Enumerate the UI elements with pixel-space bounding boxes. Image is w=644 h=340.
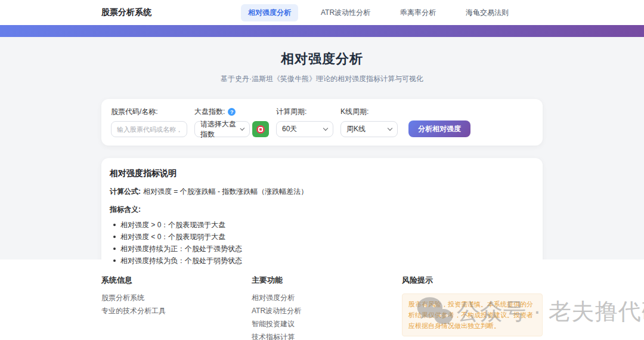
bullet-icon (113, 259, 116, 262)
market-index-label: 大盘指数: (194, 107, 225, 117)
list-item-text: 相对强度 > 0：个股表现强于大盘 (120, 221, 225, 228)
bullet-icon (113, 236, 116, 238)
indicator-info-card: 相对强度指标说明 计算公式:相对强度 = 个股涨跌幅 - 指数涨跌幅（涨跌幅差法… (101, 158, 543, 274)
main-content: 相对强度分析 基于史丹·温斯坦《笑傲牛熊》理论的相对强度指标计算与可视化 股票代… (0, 37, 644, 259)
footer: 系统信息 股票分析系统 专业的技术分析工具 主要功能 相对强度分析 ATR波动性… (0, 259, 644, 340)
index-picker-button[interactable] (252, 121, 269, 137)
market-index-row: 请选择大盘指数 (194, 121, 269, 137)
navbar: 股票分析系统 相对强度分析 ATR波动性分析 乖离率分析 海龟交易法则 (0, 0, 644, 25)
market-index-selected-value: 请选择大盘指数 (200, 119, 236, 140)
kline-period-label: K线周期: (340, 107, 398, 117)
calc-period-select[interactable]: 60天 (276, 121, 333, 137)
list-item: 相对强度 < 0：个股表现弱于大盘 (113, 233, 534, 240)
footer-col-main-features: 主要功能 相对强度分析 ATR波动性分析 智能投资建议 技术指标计算 (252, 275, 402, 340)
navbar-container: 股票分析系统 相对强度分析 ATR波动性分析 乖离率分析 海龟交易法则 (101, 4, 543, 21)
footer-col-title: 主要功能 (252, 275, 402, 286)
footer-col-title: 系统信息 (101, 275, 252, 286)
page-subtitle: 基于史丹·温斯坦《笑傲牛熊》理论的相对强度指标计算与可视化 (0, 74, 644, 84)
nav-item-atr-volatility[interactable]: ATR波动性分析 (314, 4, 377, 21)
footer-item: 股票分析系统 (101, 293, 252, 302)
list-item-text: 相对强度 < 0：个股表现弱于大盘 (120, 233, 225, 240)
list-item-text: 相对强度持续为负：个股处于弱势状态 (120, 257, 242, 264)
footer-col-risk-notice: 风险提示 股市有风险，投资需谨慎。本系统提供的分析结果仅供参考，不构成投资建议。… (402, 275, 543, 340)
footer-link-smart-advice[interactable]: 智能投资建议 (252, 320, 402, 328)
chevron-down-icon (388, 126, 392, 131)
list-item: 相对强度 > 0：个股表现强于大盘 (113, 221, 534, 228)
kline-period-field: K线周期: 周K线 (340, 107, 398, 137)
meaning-label: 指标含义: (110, 205, 534, 215)
stock-code-label: 股票代码/名称: (111, 107, 187, 117)
hero-gradient-band (0, 25, 644, 37)
footer-col-title: 风险提示 (402, 275, 543, 286)
page-title: 相对强度分析 (0, 37, 644, 68)
market-index-field: 大盘指数: ? 请选择大盘指数 (194, 107, 269, 137)
footer-col-system-info: 系统信息 股票分析系统 专业的技术分析工具 (101, 275, 252, 340)
brand-title: 股票分析系统 (101, 7, 151, 18)
formula-label: 计算公式: (110, 187, 141, 196)
nav-menu: 相对强度分析 ATR波动性分析 乖离率分析 海龟交易法则 (241, 4, 516, 21)
list-item-text: 相对强度持续为正：个股处于强势状态 (120, 245, 242, 252)
meaning-list: 相对强度 > 0：个股表现强于大盘 相对强度 < 0：个股表现弱于大盘 相对强度… (110, 221, 534, 264)
formula-text: 相对强度 = 个股涨跌幅 - 指数涨跌幅（涨跌幅差法） (143, 187, 308, 196)
nav-item-turtle-trading[interactable]: 海龟交易法则 (459, 4, 516, 21)
target-icon (256, 125, 265, 134)
formula-line: 计算公式:相对强度 = 个股涨跌幅 - 指数涨跌幅（涨跌幅差法） (110, 187, 534, 197)
market-index-label-row: 大盘指数: ? (194, 107, 269, 117)
kline-period-selected-value: 周K线 (346, 124, 366, 134)
footer-link-atr-volatility[interactable]: ATR波动性分析 (252, 307, 402, 315)
footer-link-relative-strength[interactable]: 相对强度分析 (252, 293, 402, 302)
stock-code-input[interactable] (111, 121, 187, 137)
calc-period-selected-value: 60天 (282, 124, 297, 134)
analysis-form-card: 股票代码/名称: 大盘指数: ? 请选择大盘指数 (101, 99, 543, 146)
calc-period-field: 计算周期: 60天 (276, 107, 333, 137)
chevron-down-icon (240, 126, 244, 130)
kline-period-select[interactable]: 周K线 (340, 121, 398, 137)
chevron-down-icon (323, 126, 328, 131)
analyze-button[interactable]: 分析相对强度 (408, 120, 470, 137)
market-index-select[interactable]: 请选择大盘指数 (194, 121, 250, 137)
help-icon[interactable]: ? (228, 108, 236, 116)
footer-link-indicator-calc[interactable]: 技术指标计算 (252, 333, 402, 340)
footer-item: 专业的技术分析工具 (101, 307, 252, 315)
bullet-icon (113, 224, 116, 226)
info-card-title: 相对强度指标说明 (110, 168, 534, 179)
stock-code-field: 股票代码/名称: (111, 107, 187, 137)
bullet-icon (113, 248, 116, 250)
footer-container: 系统信息 股票分析系统 专业的技术分析工具 主要功能 相对强度分析 ATR波动性… (101, 275, 543, 340)
calc-period-label: 计算周期: (276, 107, 333, 117)
nav-item-bias-ratio[interactable]: 乖离率分析 (393, 4, 443, 21)
risk-warning-box: 股市有风险，投资需谨慎。本系统提供的分析结果仅供参考，不构成投资建议。投资者应根… (402, 293, 543, 336)
page: 股票分析系统 相对强度分析 ATR波动性分析 乖离率分析 海龟交易法则 相对强度… (0, 0, 644, 340)
nav-item-relative-strength[interactable]: 相对强度分析 (241, 4, 298, 21)
list-item: 相对强度持续为正：个股处于强势状态 (113, 245, 534, 252)
